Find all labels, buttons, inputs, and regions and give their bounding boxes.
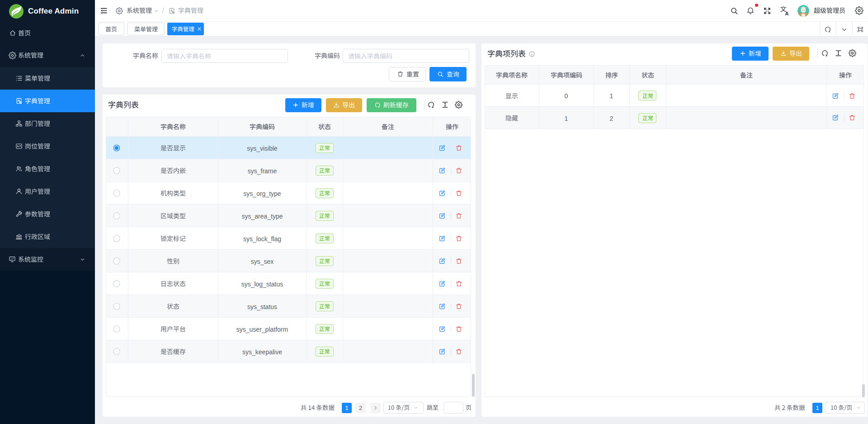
svg-text:A: A — [785, 11, 789, 16]
